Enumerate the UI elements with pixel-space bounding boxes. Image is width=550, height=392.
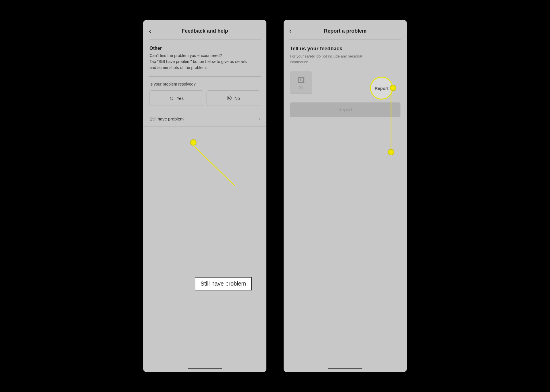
still-have-label: Still have problem [150,116,184,121]
back-button-screen1[interactable]: ‹ [149,27,151,35]
still-have-problem-row[interactable]: Still have problem › [143,111,266,126]
frown-icon: ☹ [227,95,232,101]
smile-icon: ☺ [169,95,174,101]
yes-button[interactable]: ☺ Yes [150,90,203,106]
image-icon: 🖼 [297,76,305,85]
screen1-title: Feedback and help [182,28,228,34]
screen1-header: ‹ Feedback and help [143,20,266,39]
home-indicator [188,368,222,369]
chevron-right-icon: › [259,116,260,121]
back-button-screen2[interactable]: ‹ [289,27,291,35]
yes-label: Yes [176,96,183,101]
still-have-inner: Still have problem › [150,116,260,121]
resolved-question: Is your problem resolved? [143,77,266,90]
feedback-section-label: Tell us your feedback [284,39,407,54]
feedback-hint-text: For your safety, do not include any pers… [284,54,407,72]
report-button-label: Report [338,107,352,112]
no-label: No [234,96,240,101]
home-indicator-screen2 [328,368,362,369]
section-description: Can't find the problem you encountered? … [143,53,266,76]
screen2-header: ‹ Report a problem [284,20,407,39]
yes-no-buttons: ☺ Yes ☹ No [143,90,266,111]
section-label-other: Other [143,39,266,53]
no-button[interactable]: ☹ No [207,90,260,106]
screen2-title: Report a problem [324,28,366,34]
image-upload-button[interactable]: 🖼 0/4 [290,72,312,94]
report-button[interactable]: Report [290,102,400,117]
screen-feedback-and-help: ‹ Feedback and help Other Can't find the… [143,20,266,372]
image-count: 0/4 [299,86,304,90]
screen-report-problem: ‹ Report a problem Tell us your feedback… [284,20,407,372]
